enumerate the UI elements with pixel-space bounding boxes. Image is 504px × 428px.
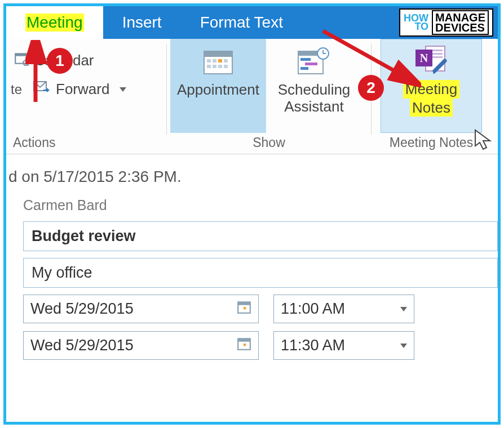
chevron-down-icon <box>120 87 126 92</box>
scheduling-label-1: Scheduling <box>278 82 351 99</box>
meeting-notes-button[interactable]: N Meeting Notes <box>381 39 482 133</box>
scheduling-icon <box>297 44 331 78</box>
chevron-down-icon[interactable] <box>400 344 407 348</box>
svg-rect-36 <box>244 344 246 346</box>
organizer-name: Carmen Bard <box>6 197 498 221</box>
forward-icon <box>33 80 50 99</box>
svg-point-2 <box>23 60 28 65</box>
svg-rect-32 <box>238 302 250 305</box>
svg-text:N: N <box>420 52 428 64</box>
svg-rect-33 <box>244 307 246 309</box>
tab-format-text[interactable]: Format Text <box>181 6 302 39</box>
svg-rect-9 <box>218 59 222 63</box>
end-date-field[interactable]: Wed 5/29/2015 <box>23 331 259 360</box>
svg-rect-17 <box>300 58 311 61</box>
calendar-picker-icon[interactable] <box>237 336 251 355</box>
meeting-form: d on 5/17/2015 2:36 PM. Carmen Bard Budg… <box>6 154 498 360</box>
svg-rect-13 <box>218 65 222 68</box>
svg-rect-8 <box>213 59 216 63</box>
subject-field[interactable]: Budget review <box>23 221 498 251</box>
chevron-down-icon[interactable] <box>400 307 407 311</box>
appointment-icon <box>203 44 233 78</box>
app-window: Meeting Insert Format Text HOW TO MANAGE… <box>3 3 501 425</box>
group-label-actions: Actions <box>11 133 163 154</box>
ribbon-body: Calendar te Forward Actions <box>6 39 498 154</box>
svg-rect-10 <box>224 59 228 63</box>
meeting-notes-label-1: Meeting <box>403 80 460 99</box>
end-time-value: 11:30 AM <box>281 337 345 354</box>
svg-rect-7 <box>207 59 211 63</box>
separator <box>371 44 372 135</box>
group-label-show: Show <box>170 133 368 154</box>
calendar-search-icon <box>14 51 29 70</box>
separator <box>166 44 167 135</box>
location-field[interactable]: My office <box>23 258 498 288</box>
svg-rect-35 <box>238 338 250 341</box>
svg-rect-14 <box>224 65 228 68</box>
delete-truncated-label: te <box>11 82 22 97</box>
svg-rect-19 <box>300 67 308 70</box>
tab-insert[interactable]: Insert <box>103 6 181 39</box>
start-time-value: 11:00 AM <box>281 300 345 318</box>
svg-line-3 <box>28 65 29 66</box>
svg-rect-6 <box>204 51 232 57</box>
svg-rect-12 <box>213 65 216 68</box>
calendar-button[interactable]: Calendar <box>11 50 98 71</box>
forward-label: Forward <box>56 81 109 98</box>
onenote-icon: N <box>414 43 448 77</box>
end-date-value: Wed 5/29/2015 <box>30 337 134 354</box>
ribbon-tabs: Meeting Insert Format Text HOW TO MANAGE… <box>6 6 498 39</box>
logo-text: DEVICES <box>435 23 485 33</box>
scheduling-label-2: Assistant <box>284 99 344 115</box>
calendar-picker-icon[interactable] <box>237 300 251 318</box>
tab-meeting[interactable]: Meeting <box>6 6 103 39</box>
svg-rect-1 <box>15 54 26 56</box>
svg-rect-18 <box>305 63 317 65</box>
start-date-field[interactable]: Wed 5/29/2015 <box>23 295 259 323</box>
received-text: d on 5/17/2015 2:36 PM. <box>6 164 498 197</box>
appointment-button[interactable]: Appointment <box>170 39 266 133</box>
end-time-field[interactable]: 11:30 AM <box>273 331 414 360</box>
svg-rect-11 <box>207 65 211 68</box>
forward-button[interactable]: Forward <box>30 79 130 100</box>
watermark-logo: HOW TO MANAGE DEVICES <box>399 8 493 37</box>
appointment-label: Appointment <box>177 82 259 99</box>
calendar-label: Calendar <box>34 52 94 69</box>
logo-text: TO <box>404 23 428 31</box>
meeting-notes-label-2: Notes <box>410 99 453 117</box>
scheduling-assistant-button[interactable]: Scheduling Assistant <box>266 39 362 133</box>
start-time-field[interactable]: 11:00 AM <box>273 295 414 323</box>
start-date-value: Wed 5/29/2015 <box>30 300 134 318</box>
group-label-meeting-notes: Meeting Notes <box>375 133 488 154</box>
